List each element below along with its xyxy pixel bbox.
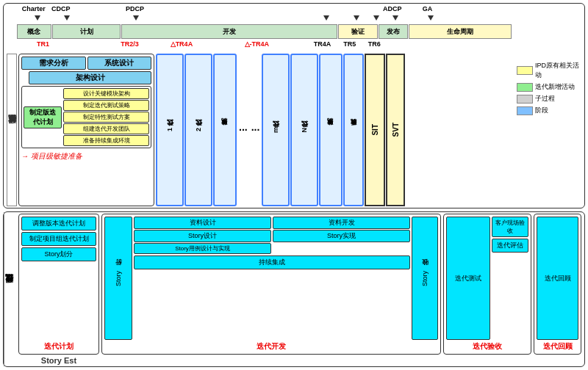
ms-tr4a-2: △-TR4A — [245, 40, 270, 48]
sys-design-box: 系统设计 — [87, 57, 152, 70]
legend: IPD原有相关活动 迭代新增活动 子过程 阶段 — [514, 54, 581, 206]
ms-tr5: TR5 — [343, 40, 356, 48]
sys-verify2-box: 系统验收 — [319, 54, 343, 206]
story-analysis-box: Story分析 — [104, 217, 132, 340]
top-section: Charter CDCP PDCP ADCP GA 概念 计划 开发 — [3, 3, 585, 208]
set-project-plan-box: 制定项目组迭代计划 — [21, 232, 96, 246]
iter1-box: 迭代1 — [156, 54, 184, 206]
iter2-box: 迭代2 — [184, 54, 212, 206]
prepare-ci-box: 准备持续集成环境 — [63, 135, 149, 146]
dots1: ··· — [237, 54, 249, 206]
ms-tr4a-1: △TR4A — [171, 40, 193, 48]
iter-dev-group: Story分析 资料设计 Story设计 Story用例设计与实现 资料 — [101, 214, 441, 355]
dots2: ··· — [250, 54, 262, 206]
ms-tr1: TR1 — [37, 40, 49, 48]
build-team-box: 组建迭代开发团队 — [63, 123, 149, 134]
ms-cdcp: CDCP — [51, 5, 71, 12]
customer-site-box: 客户现场验收 — [492, 217, 528, 237]
iter-test-strategy-box: 制定迭代测试策略 — [63, 100, 149, 111]
iter-test-group: 迭代测试 客户现场验收 迭代评估 迭代验收 — [443, 214, 531, 355]
iter-eval-box: 迭代评估 — [492, 239, 528, 253]
iter-review-label: 迭代回顾 — [537, 341, 578, 352]
material-dev-box: 资料开发 — [273, 217, 410, 229]
key-module-box: 设计关键模块架构 — [63, 88, 149, 99]
legend-item-ipd: IPD原有相关活动 — [517, 61, 581, 80]
story-verify-box: Story验收 — [412, 217, 438, 340]
continuous-integration-box: 持续集成 — [134, 255, 410, 269]
ms-adcp: ADCP — [383, 5, 402, 12]
arch-design-box: 架构设计 — [29, 71, 151, 84]
phase-verify: 验证 — [338, 24, 377, 39]
iter-test-box: 迭代测试 — [446, 217, 490, 340]
ms-charter: Charter — [22, 5, 46, 12]
top-vertical-label: 整体过程模板 — [7, 54, 17, 206]
plan-iter-box: 制定版迭代计划 — [24, 106, 62, 128]
iter-review-box: 迭代回顾 — [537, 217, 578, 340]
material-design-box: 资料设计 — [134, 217, 271, 229]
sys-verify3-box: 系统验收 — [343, 54, 364, 206]
sit-box: SIT — [365, 54, 385, 206]
ms-tr23: TR2/3 — [121, 40, 139, 48]
iter-plan-label: 迭代计划 — [21, 341, 96, 352]
phase-release: 发布 — [379, 24, 408, 39]
story-design-box: Story设计 — [134, 230, 271, 242]
svt-box: SVT — [386, 54, 405, 206]
phase-lifecycle: 生命周期 — [409, 24, 512, 39]
bottom-section: 单次迭代过程 调整版本迭代计划 制定项目组迭代计划 Story划分 迭代计划 S… — [3, 211, 585, 367]
story-split-box: Story划分 — [21, 247, 96, 261]
ms-tr4a-3: TR4A — [314, 40, 331, 48]
feature-test-box: 制定特性测试方案 — [63, 112, 149, 123]
bottom-vertical-label: 单次迭代过程 — [4, 212, 14, 366]
legend-item-subprocess: 子过程 — [517, 94, 581, 104]
agile-prep-label: → 项目级敏捷准备 — [21, 151, 151, 162]
left-process-box: 需求分析 系统设计 架构设计 制定版迭代计划 设计关键模块架构 制定迭代测试策略… — [18, 54, 154, 206]
story-impl-box: Story实现 — [273, 230, 410, 242]
iter-test-label: 迭代验收 — [446, 341, 528, 352]
main-container: Charter CDCP PDCP ADCP GA 概念 计划 开发 — [0, 0, 588, 370]
req-analysis-box: 需求分析 — [21, 57, 86, 70]
sys-verify1-box: 系统验收 — [213, 54, 237, 206]
story-usecase-box: Story用例设计与实现 — [134, 243, 271, 254]
ms-ga: GA — [423, 5, 433, 12]
iter-review-group: 迭代回顾 迭代回顾 — [534, 214, 581, 355]
itern-box: 迭代N — [290, 54, 318, 206]
story-est-label: Story Est — [18, 356, 99, 365]
adjust-plan-box: 调整版本迭代计划 — [21, 217, 96, 231]
ms-tr6: TR6 — [368, 40, 381, 48]
iter-plan-group: 调整版本迭代计划 制定项目组迭代计划 Story划分 迭代计划 — [18, 214, 99, 355]
phase-develop: 开发 — [121, 24, 337, 39]
phase-concept: 概念 — [17, 24, 51, 39]
legend-item-phase: 阶段 — [517, 106, 581, 115]
ms-pdcp: PDCP — [126, 5, 144, 12]
iter-dev-label: 迭代开发 — [104, 341, 438, 352]
phase-plan: 计划 — [52, 24, 121, 39]
legend-item-new: 迭代新增活动 — [517, 82, 581, 92]
iterm-box: 迭代m — [262, 54, 290, 206]
